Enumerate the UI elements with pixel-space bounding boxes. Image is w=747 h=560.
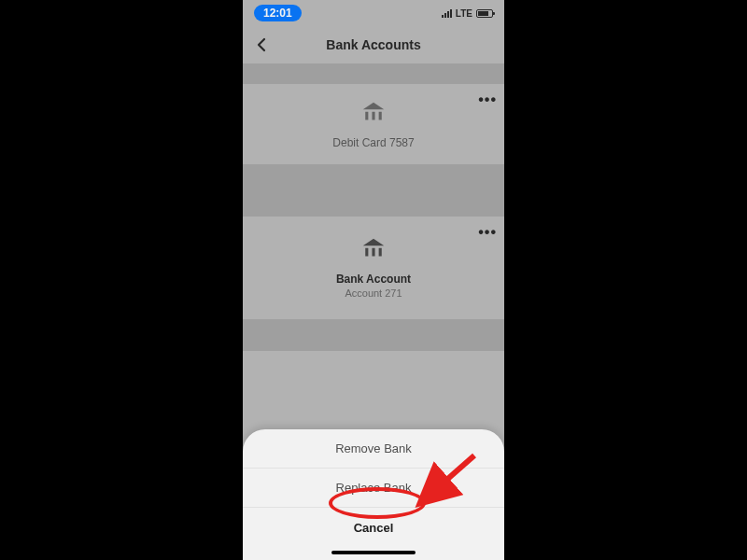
status-time: 12:01 xyxy=(254,5,302,21)
status-bar: 12:01 LTE xyxy=(243,0,504,26)
svg-rect-1 xyxy=(372,112,374,120)
page-title: Bank Accounts xyxy=(326,37,420,52)
nav-header: Bank Accounts xyxy=(243,26,504,63)
cancel-label: Cancel xyxy=(354,521,394,535)
phone-screen: 12:01 LTE Bank Accounts ••• Debit Card 7… xyxy=(243,0,504,560)
svg-rect-5 xyxy=(379,248,382,257)
svg-rect-2 xyxy=(379,112,382,120)
remove-bank-button[interactable]: Remove Bank xyxy=(243,429,504,469)
debit-card-more-button[interactable]: ••• xyxy=(478,91,497,108)
bank-account-title: Bank Account xyxy=(250,273,497,286)
svg-rect-4 xyxy=(372,248,374,257)
network-label: LTE xyxy=(456,8,472,19)
home-indicator xyxy=(331,551,416,554)
svg-rect-3 xyxy=(365,248,368,257)
section-gap xyxy=(243,164,504,217)
replace-bank-button[interactable]: Replace Bank xyxy=(243,469,504,508)
debit-card-title: Debit Card 7587 xyxy=(250,136,497,149)
cancel-button[interactable]: Cancel xyxy=(243,508,504,547)
chevron-left-icon xyxy=(256,37,267,52)
bank-icon xyxy=(359,99,388,127)
back-button[interactable] xyxy=(252,34,271,56)
action-sheet: Remove Bank Replace Bank Cancel xyxy=(243,429,504,560)
section-gap xyxy=(243,319,504,351)
battery-icon xyxy=(476,9,493,18)
signal-icon xyxy=(442,8,452,18)
bank-account-row[interactable]: ••• Bank Account Account 271 xyxy=(243,217,504,319)
bank-icon xyxy=(359,235,388,263)
section-gap xyxy=(243,63,504,84)
replace-bank-label: Replace Bank xyxy=(336,481,412,495)
bank-account-subtitle: Account 271 xyxy=(250,287,497,299)
svg-rect-0 xyxy=(365,112,368,120)
status-right: LTE xyxy=(442,8,493,19)
remove-bank-label: Remove Bank xyxy=(335,441,412,455)
debit-card-row[interactable]: ••• Debit Card 7587 xyxy=(243,84,504,164)
bank-account-more-button[interactable]: ••• xyxy=(478,224,497,241)
